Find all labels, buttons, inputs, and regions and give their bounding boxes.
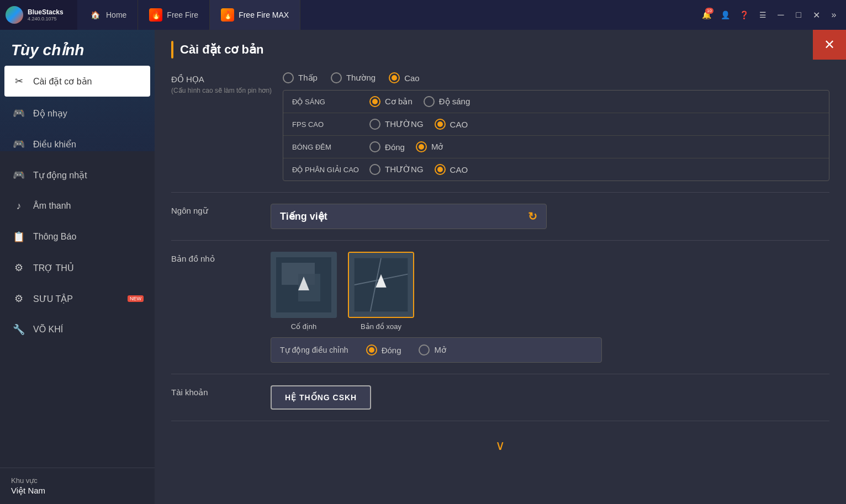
graphics-high-label: Cao <box>404 73 420 83</box>
minimap-auto-off-label: Đóng <box>382 346 401 355</box>
notification-badge: 10 <box>705 8 713 14</box>
maximize-button[interactable]: □ <box>791 7 806 23</box>
sidebar-item-notifications[interactable]: 📋 Thông Báo <box>0 221 155 252</box>
graphics-resolution-row: ĐỘ PHÂN GIẢI CAO THƯỜNG CAO <box>283 158 829 181</box>
sidebar-item-collection-label: SƯU TẬP <box>33 294 73 304</box>
bluestacks-logo: BlueStacks 4.240.0.1075 <box>0 0 77 30</box>
shadow-off-radio[interactable] <box>369 141 380 152</box>
help-button[interactable]: ❓ <box>736 7 752 23</box>
graphics-high-option[interactable]: Cao <box>389 72 420 83</box>
graphics-medium-radio[interactable] <box>331 72 342 83</box>
graphics-low-option[interactable]: Thấp <box>283 72 318 83</box>
brightness-label: ĐỘ SÁNG <box>292 98 369 106</box>
sidebar-item-controls[interactable]: 🎮 Điều khiển <box>0 129 155 160</box>
graphics-high-radio[interactable] <box>389 72 400 83</box>
minimap-rotate-option[interactable]: Bản đồ xoay <box>348 252 414 331</box>
tab-home[interactable]: 🏠 Home <box>77 0 138 30</box>
sidebar-item-support[interactable]: ⚙ TRỢ THỦ <box>0 252 155 283</box>
sidebar-item-sensitivity-label: Độ nhạy <box>33 108 67 119</box>
sidebar-item-auto-pickup[interactable]: 🎮 Tự động nhặt <box>0 160 155 190</box>
minimap-auto-on-radio[interactable] <box>419 344 430 356</box>
minimize-button[interactable]: ─ <box>773 7 789 23</box>
shadow-options: Đóng Mở <box>369 141 443 152</box>
resolution-medium-option[interactable]: THƯỜNG <box>369 164 424 175</box>
graphics-fps-row: FPS CAO THƯỜNG CAO <box>283 113 829 136</box>
account-setting: Tài khoản HỆ THỐNG CSKH <box>171 385 829 421</box>
minimap-auto-off-radio[interactable] <box>366 344 377 356</box>
sidebar-item-sound[interactable]: ♪ Âm thanh <box>0 190 155 221</box>
scroll-down-arrow[interactable]: ∨ <box>495 438 505 453</box>
tab-freefiremax[interactable]: 🔥 Free Fire MAX <box>210 0 300 30</box>
account-button[interactable]: 👤 <box>717 7 733 23</box>
minimap-auto-off-option[interactable]: Đóng <box>366 344 401 356</box>
language-selector[interactable]: Tiếng việt ↻ <box>271 204 547 229</box>
brightness-basic-radio[interactable] <box>369 96 380 107</box>
fps-medium-radio[interactable] <box>369 119 380 130</box>
resolution-high-option[interactable]: CAO <box>435 164 468 175</box>
tab-freefire-label: Free Fire <box>167 10 198 19</box>
sidebar-footer: Khu vực Việt Nam <box>0 468 155 504</box>
main-container: Tùy chỉnh ✂ Cài đặt cơ bản 🎮 Độ nhạy 🎮 Đ… <box>0 30 846 504</box>
brightness-basic-option[interactable]: Cơ bản <box>369 96 413 107</box>
resolution-high-radio[interactable] <box>435 164 446 175</box>
fps-high-radio[interactable] <box>435 119 446 130</box>
graphics-low-radio[interactable] <box>283 72 294 83</box>
account-label: Tài khoản <box>171 385 260 397</box>
fps-options: THƯỜNG CAO <box>369 119 468 130</box>
section-bar <box>171 41 173 59</box>
scroll-down-container: ∨ <box>171 432 829 459</box>
minimap-auto-on-label: Mở <box>434 345 446 355</box>
minimap-auto-adjust: Tự động điều chỉnh Đóng Mở <box>271 337 602 363</box>
resolution-label: ĐỘ PHÂN GIẢI CAO <box>292 166 369 174</box>
shadow-on-radio[interactable] <box>416 141 427 152</box>
shadow-on-label: Mở <box>431 142 443 152</box>
fps-medium-option[interactable]: THƯỜNG <box>369 119 424 130</box>
bluestacks-brand: BlueStacks 4.240.0.1075 <box>28 8 64 22</box>
menu-button[interactable]: ☰ <box>754 7 771 23</box>
minimap-auto-on-option[interactable]: Mở <box>419 344 446 356</box>
account-setting-inner: Tài khoản HỆ THỐNG CSKH <box>171 385 829 410</box>
resolution-high-label: CAO <box>450 165 468 174</box>
sidebar-item-collection[interactable]: ⚙ SƯU TẬP NEW <box>0 283 155 314</box>
minimap-label: Bản đồ nhỏ <box>171 252 260 264</box>
home-icon: 🏠 <box>88 8 102 22</box>
sidebar-menu: ✂ Cài đặt cơ bản 🎮 Độ nhạy 🎮 Điều khiển … <box>0 65 155 468</box>
notification-button[interactable]: 🔔 10 <box>698 7 715 23</box>
more-button[interactable]: » <box>826 7 842 23</box>
region-label: Khu vực <box>11 476 144 485</box>
sidebar-item-auto-pickup-label: Tự động nhặt <box>33 170 87 181</box>
fps-high-option[interactable]: CAO <box>435 119 468 130</box>
resolution-medium-radio[interactable] <box>369 164 380 175</box>
bluestacks-version: 4.240.0.1075 <box>28 16 64 22</box>
minimap-fixed-label: Cố định <box>291 322 317 331</box>
brightness-dosang-radio[interactable] <box>424 96 435 107</box>
graphics-low-label: Thấp <box>298 73 318 83</box>
close-button[interactable]: ✕ <box>808 7 824 23</box>
minimap-fixed-option[interactable]: Cố định <box>271 252 337 331</box>
brightness-dosang-option[interactable]: Độ sáng <box>424 96 470 107</box>
freefire-icon: 🔥 <box>149 8 162 22</box>
sidebar-item-sensitivity[interactable]: 🎮 Độ nhạy <box>0 98 155 129</box>
brightness-dosang-label: Độ sáng <box>439 97 470 107</box>
bluestacks-icon <box>6 6 23 24</box>
region-value: Việt Nam <box>11 486 144 496</box>
close-settings-button[interactable]: ✕ <box>813 30 846 60</box>
account-cskh-button[interactable]: HỆ THỐNG CSKH <box>271 385 371 410</box>
fps-medium-label: THƯỜNG <box>385 119 424 129</box>
graphics-medium-option[interactable]: Thường <box>331 72 376 83</box>
language-setting: Ngôn ngữ Tiếng việt ↻ <box>171 204 829 241</box>
shadow-off-option[interactable]: Đóng <box>369 141 405 152</box>
freefiremax-icon: 🔥 <box>221 8 234 22</box>
graphics-note: (Cấu hình cao sẽ làm tốn pin hơn) <box>171 87 272 94</box>
shadow-label: BÓNG ĐÊM <box>292 143 369 151</box>
new-badge: NEW <box>128 295 144 302</box>
sidebar: Tùy chỉnh ✂ Cài đặt cơ bản 🎮 Độ nhạy 🎮 Đ… <box>0 30 155 504</box>
sidebar-item-weapons[interactable]: 🔧 VÕ KHÍ <box>0 314 155 345</box>
graphics-brightness-row: ĐỘ SÁNG Cơ bản Độ sáng <box>283 91 829 113</box>
language-refresh-icon[interactable]: ↻ <box>528 210 537 223</box>
weapons-icon: 🔧 <box>11 322 27 337</box>
graphics-setting: ĐỒ HỌA (Cấu hình cao sẽ làm tốn pin hơn)… <box>171 72 829 193</box>
shadow-on-option[interactable]: Mở <box>416 141 443 152</box>
sidebar-item-basic-settings[interactable]: ✂ Cài đặt cơ bản <box>4 66 150 97</box>
tab-freefire[interactable]: 🔥 Free Fire <box>138 0 210 30</box>
